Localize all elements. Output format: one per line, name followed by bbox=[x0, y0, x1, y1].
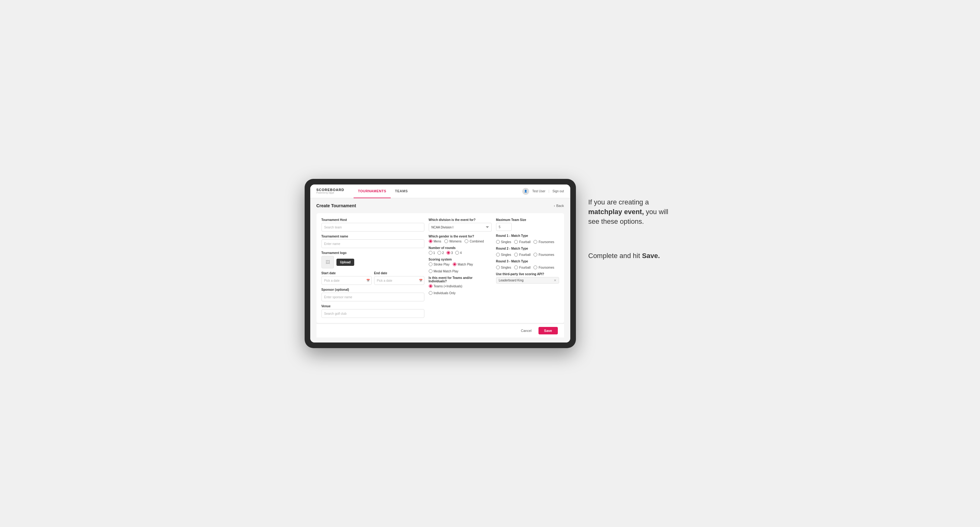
gender-combined-label: Combined bbox=[469, 240, 484, 243]
max-team-size-label: Maximum Team Size bbox=[496, 218, 559, 222]
gender-womens[interactable]: Womens bbox=[444, 239, 461, 243]
round-2-label: 2 bbox=[442, 251, 444, 255]
page-header: Create Tournament ‹ Back bbox=[317, 203, 564, 208]
round3-foursomes-label: Foursomes bbox=[538, 266, 554, 269]
round1-foursomes[interactable]: Foursomes bbox=[533, 240, 554, 244]
save-button[interactable]: Save bbox=[538, 327, 558, 334]
round-2[interactable]: 2 bbox=[438, 251, 444, 255]
calendar-icon-2: 📅 bbox=[419, 279, 423, 282]
tournament-host-input[interactable] bbox=[321, 223, 424, 232]
division-label: Which division is the event for? bbox=[429, 218, 492, 222]
round1-singles-label: Singles bbox=[501, 240, 511, 244]
scoring-stroke[interactable]: Stroke Play bbox=[429, 262, 450, 266]
annotation-top-prefix: If you are creating a bbox=[589, 198, 649, 206]
round-4[interactable]: 4 bbox=[455, 251, 462, 255]
scoring-medal[interactable]: Medal Match Play bbox=[429, 269, 458, 273]
annotation-bottom-bold: Save. bbox=[642, 252, 660, 260]
round1-foursomes-label: Foursomes bbox=[538, 240, 554, 244]
round2-fourball-label: Fourball bbox=[519, 253, 530, 257]
form-col-1: Tournament Host Tournament name Tourname… bbox=[321, 218, 424, 318]
form-grid: Tournament Host Tournament name Tourname… bbox=[317, 213, 564, 323]
teams-teams[interactable]: Teams (+Individuals) bbox=[429, 284, 462, 288]
round2-match-group: Round 2 - Match Type Singles Fourball bbox=[496, 247, 559, 257]
nav-tournaments[interactable]: TOURNAMENTS bbox=[353, 184, 391, 198]
api-label: Use third-party live scoring API? bbox=[496, 272, 559, 276]
upload-button[interactable]: Upload bbox=[336, 259, 355, 266]
scoring-match[interactable]: Match Play bbox=[453, 262, 473, 266]
scoring-label: Scoring system bbox=[429, 258, 492, 261]
nav-teams[interactable]: TEAMS bbox=[391, 184, 412, 198]
round-1[interactable]: 1 bbox=[429, 251, 435, 255]
tablet-device: SCOREBOARD Powered by clippit TOURNAMENT… bbox=[305, 179, 576, 348]
tournament-logo-group: Tournament logo 🖼 Upload bbox=[321, 251, 424, 268]
teams-radio-group: Teams (+Individuals) Individuals Only bbox=[429, 284, 492, 295]
round1-match-group: Round 1 - Match Type Singles Fourball bbox=[496, 234, 559, 244]
round2-match-label: Round 2 - Match Type bbox=[496, 247, 559, 250]
start-date-input[interactable] bbox=[321, 276, 372, 285]
start-date-group: Start date 📅 bbox=[321, 271, 372, 285]
scoring-group: Scoring system Stroke Play Match Play bbox=[429, 258, 492, 273]
gender-mens-label: Mens bbox=[434, 240, 441, 243]
sign-out-link[interactable]: Sign out bbox=[552, 189, 564, 193]
round3-singles[interactable]: Singles bbox=[496, 265, 511, 269]
gender-womens-label: Womens bbox=[449, 240, 461, 243]
round2-fourball[interactable]: Fourball bbox=[514, 253, 530, 257]
cancel-button[interactable]: Cancel bbox=[517, 327, 536, 334]
round3-match-group: Round 3 - Match Type Singles Fourball bbox=[496, 260, 559, 269]
round3-singles-label: Singles bbox=[501, 266, 511, 269]
nav-right: 👤 Test User | Sign out bbox=[522, 188, 564, 195]
avatar: 👤 bbox=[522, 188, 529, 195]
round-1-label: 1 bbox=[433, 251, 435, 255]
teams-label: Is this event for Teams and/or Individua… bbox=[429, 276, 492, 283]
round1-singles[interactable]: Singles bbox=[496, 240, 511, 244]
form-col-3: Maximum Team Size Round 1 - Match Type S… bbox=[496, 218, 559, 318]
logo-placeholder: 🖼 bbox=[321, 256, 334, 268]
sponsor-group: Sponsor (optional) bbox=[321, 288, 424, 302]
tournament-name-input[interactable] bbox=[321, 239, 424, 248]
gender-combined[interactable]: Combined bbox=[465, 239, 484, 243]
api-tag: Leaderboard King ✕ bbox=[496, 277, 559, 284]
division-select[interactable]: NCAA Division I bbox=[429, 223, 492, 232]
round1-match-label: Round 1 - Match Type bbox=[496, 234, 559, 238]
tournament-name-group: Tournament name bbox=[321, 235, 424, 248]
back-button[interactable]: ‹ Back bbox=[554, 204, 564, 208]
tournament-name-label: Tournament name bbox=[321, 235, 424, 238]
brand-logo: SCOREBOARD Powered by clippit bbox=[317, 188, 344, 194]
logo-upload-row: 🖼 Upload bbox=[321, 256, 424, 268]
round2-foursomes[interactable]: Foursomes bbox=[533, 253, 554, 257]
round2-singles[interactable]: Singles bbox=[496, 253, 511, 257]
max-team-size-group: Maximum Team Size bbox=[496, 218, 559, 231]
round3-radio-group: Singles Fourball Foursomes bbox=[496, 265, 559, 269]
round3-fourball[interactable]: Fourball bbox=[514, 265, 530, 269]
end-date-wrap: 📅 bbox=[374, 276, 424, 285]
page-title: Create Tournament bbox=[317, 203, 356, 208]
teams-individuals[interactable]: Individuals Only bbox=[429, 291, 456, 295]
teams-teams-label: Teams (+Individuals) bbox=[434, 284, 462, 288]
tournament-logo-label: Tournament logo bbox=[321, 251, 424, 255]
rounds-label: Number of rounds bbox=[429, 246, 492, 250]
teams-group: Is this event for Teams and/or Individua… bbox=[429, 276, 492, 295]
round3-match-label: Round 3 - Match Type bbox=[496, 260, 559, 263]
rounds-radio-group: 1 2 3 bbox=[429, 251, 492, 255]
max-team-size-input[interactable] bbox=[496, 223, 512, 231]
round3-foursomes[interactable]: Foursomes bbox=[533, 265, 554, 269]
round1-fourball[interactable]: Fourball bbox=[514, 240, 530, 244]
gender-label: Which gender is the event for? bbox=[429, 235, 492, 238]
calendar-icon: 📅 bbox=[366, 279, 370, 282]
gender-radio-group: Mens Womens Combined bbox=[429, 239, 492, 243]
venue-label: Venue bbox=[321, 305, 424, 308]
api-remove-icon[interactable]: ✕ bbox=[554, 279, 556, 282]
round-3[interactable]: 3 bbox=[447, 251, 453, 255]
sponsor-label: Sponsor (optional) bbox=[321, 288, 424, 291]
form-col-2: Which division is the event for? NCAA Di… bbox=[429, 218, 492, 318]
scoring-match-label: Match Play bbox=[458, 263, 473, 266]
scoring-radio-group: Stroke Play Match Play Medal Match Play bbox=[429, 262, 492, 273]
end-date-group: End date 📅 bbox=[374, 271, 424, 285]
gender-group: Which gender is the event for? Mens Wome… bbox=[429, 235, 492, 243]
end-date-input[interactable] bbox=[374, 276, 424, 285]
gender-mens[interactable]: Mens bbox=[429, 239, 441, 243]
sponsor-input[interactable] bbox=[321, 293, 424, 302]
round-3-label: 3 bbox=[451, 251, 453, 255]
venue-input[interactable] bbox=[321, 309, 424, 318]
teams-individuals-label: Individuals Only bbox=[434, 291, 456, 295]
